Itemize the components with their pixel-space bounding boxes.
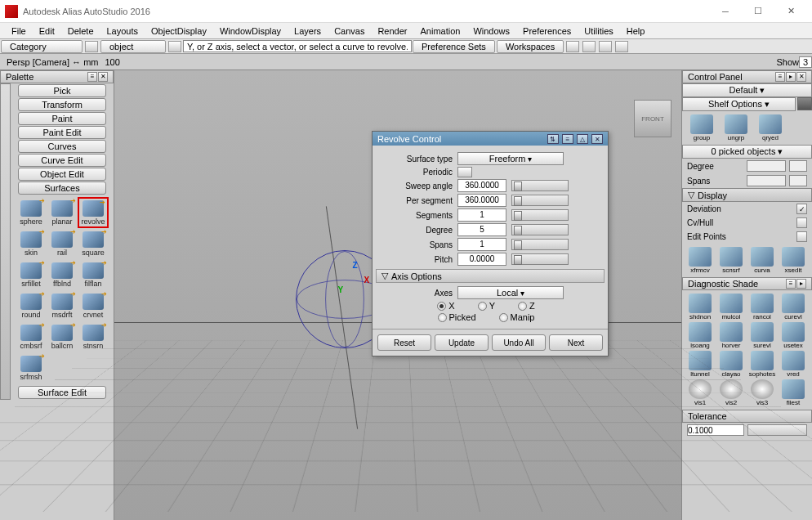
dialog-menu-icon[interactable]: ≡ bbox=[562, 134, 573, 144]
degree-input[interactable]: 5 bbox=[457, 223, 506, 236]
axes-dropdown[interactable]: Local ▾ bbox=[457, 286, 564, 299]
palette-cat-objectedit[interactable]: Object Edit bbox=[18, 168, 106, 181]
dialog-collapse-icon[interactable]: △ bbox=[577, 134, 588, 144]
deviation-checkbox[interactable]: ✓ bbox=[796, 204, 807, 214]
palette-cat-paint[interactable]: Paint bbox=[18, 112, 106, 125]
menu-objectdisplay[interactable]: ObjectDisplay bbox=[145, 26, 213, 36]
axis-manip-radio[interactable]: Manip bbox=[499, 312, 535, 322]
sweep-angle-input[interactable]: 360.0000 bbox=[457, 179, 506, 192]
command-hint-input[interactable] bbox=[183, 40, 412, 52]
menu-canvas[interactable]: Canvas bbox=[328, 26, 371, 36]
shelf-curva[interactable]: curva bbox=[747, 247, 777, 274]
menu-animation[interactable]: Animation bbox=[414, 26, 467, 36]
dialog-close-icon[interactable]: ✕ bbox=[591, 134, 603, 144]
tool-icon-3[interactable] bbox=[599, 41, 612, 52]
tool-cmbsrf[interactable]: ➔cmbsrf bbox=[16, 321, 47, 352]
shelf-options-dropdown[interactable]: Shelf Options ▾ bbox=[682, 97, 796, 111]
undo-all-button[interactable]: Undo All bbox=[492, 334, 546, 351]
tool-icon-1[interactable] bbox=[566, 41, 579, 52]
menu-layouts[interactable]: Layouts bbox=[100, 26, 145, 36]
preference-sets-button[interactable]: Preference Sets bbox=[413, 40, 495, 53]
menu-delete[interactable]: Delete bbox=[61, 26, 100, 36]
tool-srfmsh[interactable]: ➔srfmsh bbox=[16, 352, 47, 383]
shelf-ungrp-btn[interactable]: ungrp bbox=[720, 114, 752, 141]
reset-button[interactable]: Reset bbox=[377, 334, 431, 351]
tool-round[interactable]: ➔round bbox=[16, 290, 47, 321]
sweep-angle-slider[interactable] bbox=[511, 180, 569, 191]
default-dropdown[interactable]: Default ▾ bbox=[682, 83, 812, 97]
palette-menu-icon[interactable]: ≡ bbox=[87, 72, 97, 82]
picked-objects-dropdown[interactable]: 0 picked objects ▾ bbox=[682, 145, 812, 159]
surface-type-dropdown[interactable]: Freeform ▾ bbox=[457, 152, 564, 165]
axis-picked-radio[interactable]: Picked bbox=[438, 312, 476, 322]
axis-y-radio[interactable]: Y bbox=[478, 301, 495, 311]
workspaces-button[interactable]: Workspaces bbox=[497, 40, 564, 53]
menu-edit[interactable]: Edit bbox=[33, 26, 61, 36]
palette-cat-curves[interactable]: Curves bbox=[18, 140, 106, 153]
tool-icon-2[interactable] bbox=[582, 41, 596, 52]
cp-dock-icon[interactable]: ▸ bbox=[786, 72, 796, 82]
menu-render[interactable]: Render bbox=[371, 26, 413, 36]
palette-cat-pick[interactable]: Pick bbox=[18, 84, 106, 97]
ds-filest[interactable]: filest bbox=[779, 379, 808, 406]
update-button[interactable]: Update bbox=[435, 334, 489, 351]
menu-layers[interactable]: Layers bbox=[288, 26, 328, 36]
tool-icon-4[interactable] bbox=[615, 41, 628, 52]
palette-cat-transform[interactable]: Transform bbox=[18, 98, 106, 111]
tool-sphere[interactable]: ➔sphere bbox=[16, 197, 47, 228]
cvhull-checkbox[interactable] bbox=[796, 217, 807, 228]
shelf-group-btn[interactable]: group bbox=[685, 114, 718, 141]
next-button[interactable]: Next bbox=[549, 334, 603, 351]
tool-srfillet[interactable]: ➔srfillet bbox=[16, 259, 47, 290]
show-button[interactable]: Show bbox=[776, 57, 799, 67]
tool-skin[interactable]: ➔skin bbox=[16, 228, 47, 259]
segments-input[interactable]: 1 bbox=[457, 208, 506, 222]
pick-cursor-icon[interactable] bbox=[85, 41, 98, 52]
degree-input[interactable] bbox=[747, 160, 786, 172]
shelf-xsedit[interactable]: xsedit bbox=[779, 247, 808, 274]
degree-slider[interactable] bbox=[511, 224, 569, 235]
close-button[interactable]: ✕ bbox=[774, 0, 807, 23]
category-dropdown[interactable]: Category bbox=[1, 40, 83, 53]
dialog-titlebar[interactable]: Revolve Control ⇅ ≡ △ ✕ bbox=[373, 132, 608, 146]
spans-input[interactable] bbox=[747, 175, 786, 186]
palette-cat-paintedit[interactable]: Paint Edit bbox=[18, 126, 106, 139]
per-segment-slider[interactable] bbox=[511, 195, 569, 206]
per-segment-input[interactable]: 360.0000 bbox=[457, 194, 506, 207]
tool-square[interactable]: ➔square bbox=[78, 228, 109, 259]
pitch-slider[interactable] bbox=[511, 253, 569, 265]
tool-crvnet[interactable]: ➔crvnet bbox=[78, 290, 109, 321]
view-cube[interactable]: FRONT bbox=[634, 100, 671, 137]
ds-surevl[interactable]: surevl bbox=[747, 322, 777, 349]
tool-msdrft[interactable]: ➔msdrft bbox=[47, 290, 78, 321]
cp-menu-icon[interactable]: ≡ bbox=[775, 72, 785, 82]
tool-revolve[interactable]: ➔revolve bbox=[78, 197, 109, 228]
shelf-scnsrf[interactable]: scnsrf bbox=[716, 247, 746, 274]
axis-options-section[interactable]: ▽Axis Options bbox=[376, 269, 605, 283]
menu-file[interactable]: File bbox=[5, 26, 33, 36]
degree-input-2[interactable] bbox=[789, 160, 807, 172]
maximize-button[interactable]: ☐ bbox=[742, 0, 774, 23]
segments-slider[interactable] bbox=[511, 209, 569, 221]
menu-preferences[interactable]: Preferences bbox=[516, 26, 578, 36]
trash-icon[interactable] bbox=[797, 97, 812, 110]
ds-curevl[interactable]: curevl bbox=[779, 294, 808, 321]
tool-filflan[interactable]: ➔filflan bbox=[78, 259, 109, 290]
tool-ballcrn[interactable]: ➔ballcrn bbox=[47, 321, 78, 352]
ds-shdnon[interactable]: shdnon bbox=[685, 294, 715, 321]
ds-mulcol[interactable]: mulcol bbox=[716, 294, 746, 321]
spans-input-2[interactable] bbox=[789, 175, 807, 186]
ds-horver[interactable]: horver bbox=[716, 322, 746, 349]
ds-usetex[interactable]: usetex bbox=[779, 322, 808, 349]
palette-cat-curveedit[interactable]: Curve Edit bbox=[18, 154, 106, 167]
palette-cat-surfaces[interactable]: Surfaces bbox=[18, 182, 106, 195]
shelf-qryed-btn[interactable]: qryed bbox=[754, 114, 787, 141]
menu-windows[interactable]: Windows bbox=[466, 26, 516, 36]
ds-vred[interactable]: vred bbox=[779, 351, 808, 378]
shelf-xfrmcv[interactable]: xfrmcv bbox=[685, 247, 715, 274]
palette-close-icon[interactable]: ✕ bbox=[98, 72, 108, 82]
menu-utilities[interactable]: Utilities bbox=[578, 26, 619, 36]
dialog-pin-icon[interactable]: ⇅ bbox=[547, 134, 559, 144]
axis-x-radio[interactable]: X bbox=[437, 301, 454, 311]
spans-input[interactable]: 1 bbox=[457, 238, 506, 251]
